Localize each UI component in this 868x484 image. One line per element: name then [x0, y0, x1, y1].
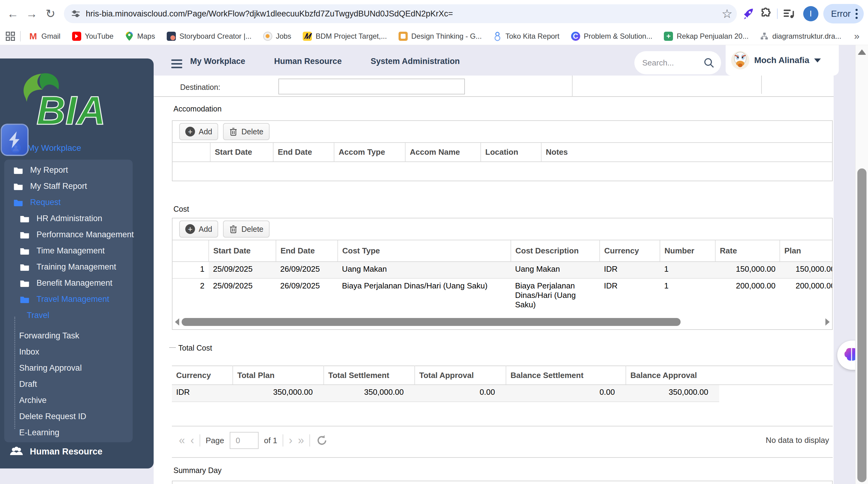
bookmark-jobs[interactable]: Jobs — [259, 30, 295, 42]
first-page-icon[interactable]: « — [179, 435, 185, 446]
total-col-total-settlement[interactable]: Total Settlement — [324, 366, 415, 385]
sidebar-item-draft[interactable]: Draft — [4, 376, 133, 392]
sidebar-item-training-management[interactable]: Training Management — [4, 259, 133, 275]
cost-col-end-date[interactable]: End Date — [276, 240, 338, 262]
vscroll-thumb[interactable] — [857, 168, 866, 482]
browser-menu-error-button[interactable]: Error — [823, 4, 864, 24]
accom-col-start-date[interactable]: Start Date — [210, 143, 273, 162]
cost-delete-button[interactable]: Delete — [223, 221, 269, 237]
user-name: Moch Alinafia — [754, 55, 809, 65]
bookmark-toko-kita[interactable]: Toko Kita Report — [490, 30, 563, 42]
cost-col-cost-description[interactable]: Cost Description — [511, 240, 600, 262]
nav-human-resource[interactable]: Human Resource — [274, 57, 342, 66]
bookmark-gmail[interactable]: MGmail — [25, 30, 64, 42]
search-icon[interactable] — [703, 57, 715, 69]
cost-col-rate[interactable]: Rate — [715, 240, 780, 262]
next-page-icon[interactable]: › — [289, 435, 292, 446]
maps-pin-icon — [125, 31, 133, 41]
accom-col-location[interactable]: Location — [481, 143, 541, 162]
total-col-total-plan[interactable]: Total Plan — [233, 366, 324, 385]
sidebar-item-delete-request-id[interactable]: Delete Request ID — [4, 408, 133, 425]
hamburger-menu-icon[interactable] — [171, 59, 182, 68]
cost-col-start-date[interactable]: Start Date — [209, 240, 276, 262]
bookmark-star-icon[interactable]: ☆ — [722, 7, 733, 21]
apps-grid-icon[interactable] — [5, 31, 16, 42]
sidebar-item-travel[interactable]: Travel — [4, 307, 133, 323]
prev-page-icon[interactable]: ‹ — [190, 435, 194, 446]
profile-avatar[interactable]: I — [803, 6, 818, 21]
sidebar-item-my-report[interactable]: My Report — [4, 162, 133, 178]
cost-col-plan[interactable]: Plan — [780, 240, 832, 262]
accom-delete-button[interactable]: Delete — [223, 123, 269, 140]
bookmark-rekap-penjualan[interactable]: +Rekap Penjualan 20... — [660, 30, 752, 42]
search-input[interactable]: Search... — [634, 51, 721, 74]
bookmark-design-thinking[interactable]: Design Thinking - G... — [395, 30, 486, 42]
accom-col-accom-type[interactable]: Accom Type — [334, 143, 405, 162]
destination-input[interactable] — [278, 79, 465, 94]
total-col-balance-approval[interactable]: Balance Approval — [626, 366, 719, 385]
sidebar-item-e-learning[interactable]: E-Learning — [4, 425, 133, 441]
bookmark-storyboard[interactable]: Storyboard Creator |... — [163, 30, 255, 42]
bookmark-bdm-miro[interactable]: 𝑀BDM Project Target,... — [299, 30, 390, 42]
accom-col-accom-name[interactable]: Accom Name — [405, 143, 481, 162]
sidebar-item-time-management[interactable]: Time Management — [4, 243, 133, 259]
nav-system-administration[interactable]: System Administration — [371, 57, 460, 66]
sheets-icon: + — [664, 32, 673, 41]
scroll-right-icon[interactable] — [826, 318, 830, 325]
last-page-icon[interactable]: » — [298, 435, 304, 446]
hscroll-thumb[interactable] — [182, 318, 681, 326]
vertical-scrollbar[interactable] — [855, 45, 868, 484]
cost-col-cost-type[interactable]: Cost Type — [338, 240, 511, 262]
bookmark-youtube[interactable]: YouTube — [68, 30, 117, 42]
user-menu[interactable]: Moch Alinafia — [725, 45, 839, 76]
sidebar-item-travel-management[interactable]: Travel Management — [4, 291, 133, 307]
youtube-icon — [72, 32, 81, 41]
forward-icon[interactable]: → — [23, 5, 40, 22]
sidebar-item-benefit-management[interactable]: Benefit Management — [4, 275, 133, 291]
bookmarks-overflow-chevron[interactable]: » — [850, 29, 863, 43]
sidebar: BIA My Workplace My Report My Staff Repo… — [0, 58, 154, 468]
total-col-currency[interactable]: Currency — [172, 366, 233, 385]
cost-row-1[interactable]: 1 25/09/2025 26/09/2025 Uang Makan Uang … — [173, 262, 832, 278]
sidebar-item-my-staff-report[interactable]: My Staff Report — [4, 178, 133, 194]
total-col-balance-settlement[interactable]: Balance Settlement — [506, 366, 626, 385]
destination-row — [154, 76, 834, 97]
site-info-icon[interactable] — [70, 8, 81, 19]
page-number-input[interactable] — [230, 432, 258, 449]
page-count-label: of 1 — [264, 436, 277, 445]
sidebar-item-archive[interactable]: Archive — [4, 392, 133, 408]
total-col-total-approval[interactable]: Total Approval — [415, 366, 506, 385]
sidebar-item-inbox[interactable]: Inbox — [4, 344, 133, 360]
bookmark-diagramstruktur[interactable]: diagramstruktur.dra... — [756, 31, 845, 42]
accom-col-notes[interactable]: Notes — [541, 143, 832, 162]
total-cost-row[interactable]: IDR 350,000.00 350,000.00 0.00 0.00 350,… — [172, 385, 833, 402]
media-controls-icon[interactable] — [782, 7, 796, 21]
sidebar-item-request[interactable]: Request — [4, 194, 133, 210]
rocket-extension-icon[interactable] — [742, 7, 755, 21]
refresh-icon[interactable] — [315, 434, 328, 447]
cost-horizontal-scrollbar[interactable] — [173, 316, 832, 328]
sidebar-item-performance-management[interactable]: Performance Management — [4, 227, 133, 243]
accom-add-button[interactable]: + Add — [179, 123, 218, 140]
cost-col-rownum[interactable] — [173, 240, 209, 262]
scroll-up-icon[interactable] — [858, 49, 866, 55]
cost-add-button[interactable]: + Add — [179, 221, 218, 237]
back-icon[interactable]: ← — [4, 5, 21, 22]
extension-overlay-button[interactable] — [1, 124, 29, 156]
nav-my-workplace[interactable]: My Workplace — [190, 57, 245, 66]
accom-col-rownum[interactable] — [173, 143, 210, 162]
cost-col-currency[interactable]: Currency — [600, 240, 660, 262]
cost-row-2[interactable]: 2 25/09/2025 26/09/2025 Biaya Perjalanan… — [173, 278, 832, 313]
accom-col-end-date[interactable]: End Date — [273, 143, 334, 162]
scroll-left-icon[interactable] — [175, 318, 179, 325]
bookmark-maps[interactable]: Maps — [121, 30, 159, 42]
cost-col-number[interactable]: Number — [660, 240, 715, 262]
extensions-puzzle-icon[interactable] — [760, 7, 773, 21]
address-bar[interactable]: hris-bia.minovaiscloud.com/Page/WorkFlow… — [64, 4, 737, 23]
bookmark-problem-solution[interactable]: CProblem & Solution... — [567, 30, 656, 42]
sidebar-item-hr-administration[interactable]: HR Administration — [4, 210, 133, 227]
reload-icon[interactable]: ↻ — [42, 5, 59, 22]
sidebar-item-sharing-approval[interactable]: Sharing Approval — [4, 360, 133, 376]
sidebar-item-forwarding-task[interactable]: Forwarding Task — [4, 328, 133, 344]
sidebar-section-human-resource[interactable]: Human Resource — [9, 446, 102, 457]
